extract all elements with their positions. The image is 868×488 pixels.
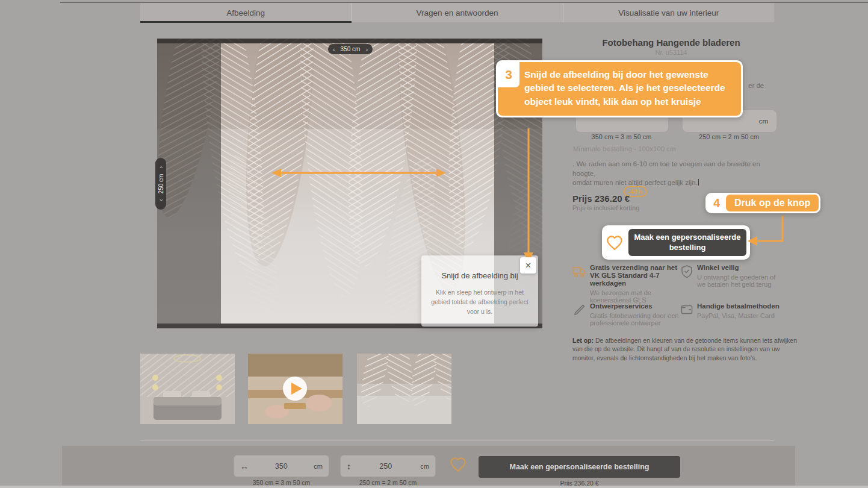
tutorial-arrow-down <box>521 128 536 263</box>
tutorial-step-4-number: 4 <box>707 195 726 211</box>
feature-title: Gratis verzending naar het VK GLS Standa… <box>590 264 681 287</box>
divider <box>140 440 774 441</box>
feature-title: Handige betaalmethoden <box>697 302 781 310</box>
width-conversion-hint: 350 cm = 3 m 50 cm <box>575 133 668 140</box>
shield-check-icon <box>681 265 693 278</box>
tutorial-step-4: 4 Druk op de knop <box>705 193 820 213</box>
measure-advice: . We raden aan om 6-10 cm toe te voegen … <box>572 160 780 188</box>
minimum-order-note: Minimale bestelling - 100x100 cm <box>573 145 676 152</box>
product-image-viewer[interactable]: ‹ 350 cm › ‹ 250 cm › Snijd de afbeeldin… <box>157 39 542 328</box>
thumbnail-texture-closeup[interactable] <box>357 354 451 424</box>
height-dimension-pill[interactable]: ‹ 250 cm › <box>155 158 166 210</box>
height-value[interactable]: 250 <box>351 462 420 471</box>
feature-title: Ontwerperservices <box>590 302 681 310</box>
feature-subtitle: We bezorgen met de koeriersdienst GLS <box>590 289 681 304</box>
price: Prijs 236.20 € <box>572 193 630 204</box>
price-note: Prijs is inclusief korting <box>572 204 639 211</box>
crop-dim-left <box>157 43 221 324</box>
tutorial-arrow-elbow <box>746 214 790 247</box>
width-input-bottom[interactable]: ↔ 350 cm <box>234 455 329 477</box>
tutorial-step-3-number: 3 <box>498 62 519 87</box>
chevron-right-icon[interactable]: › <box>365 46 368 53</box>
disclaimer-note: Let op: De afbeeldingen en kleuren van d… <box>572 336 798 362</box>
wallet-icon <box>681 304 693 314</box>
tab-visualisatie[interactable]: Visualisatie van uw interieur <box>563 3 774 22</box>
height-conversion-hint: 250 cm = 2 m 50 cm <box>682 133 776 140</box>
feature-shipping: Gratis verzending naar het VK GLS Standa… <box>590 264 681 304</box>
disclaimer-text: De afbeeldingen en kleuren van de getoon… <box>572 337 797 361</box>
heart-icon[interactable] <box>450 457 467 472</box>
chevron-right-icon[interactable]: › <box>157 166 164 169</box>
feature-payment: Handige betaalmethoden PayPal, Visa, Mas… <box>697 302 781 319</box>
cta-highlight: Maak een gepersonaliseerde bestelling <box>602 225 750 260</box>
width-dimension-label: 350 cm <box>341 46 361 52</box>
page-bottom-strip <box>0 486 868 488</box>
page: Afbeelding Vragen en antwoorden Visualis… <box>0 0 868 488</box>
tutorial-step-3: Snijd de afbeelding bij door het gewenst… <box>496 60 743 117</box>
disclaimer-label: Let op: <box>572 337 594 344</box>
feature-title: Winkel veilig <box>697 264 781 272</box>
thumbnail-video[interactable] <box>248 354 343 424</box>
close-icon[interactable]: × <box>520 257 536 274</box>
width-arrow-icon: ↔ <box>234 461 249 471</box>
measure-advice-line1: . We raden aan om 6-10 cm toe te voegen … <box>572 160 760 177</box>
width-dimension-pill[interactable]: ‹ 350 cm › <box>328 44 373 54</box>
horizontal-measure-arrow <box>271 168 447 178</box>
height-input-bottom[interactable]: ↕ 250 cm <box>340 455 436 477</box>
feature-subtitle: PayPal, Visa, Master Card <box>697 312 781 319</box>
thumbnail-room-view[interactable] <box>140 354 235 424</box>
tab-afbeelding[interactable]: Afbeelding <box>140 3 351 22</box>
crop-tooltip-body: Klik en sleep het ontwerp in het gebied … <box>430 288 530 316</box>
pencil-icon <box>574 304 586 316</box>
height-dimension-label: 250 cm <box>158 174 164 194</box>
product-number: Nr. u53114 <box>569 49 773 56</box>
tutorial-step-3-text: Snijd de afbeelding bij door het gewenst… <box>498 62 741 116</box>
feature-secure: Winkel veilig U ontvangt de goederen of … <box>697 264 781 289</box>
product-title: Fotobehang Hangende bladeren <box>569 37 773 48</box>
chevron-left-icon[interactable]: ‹ <box>333 46 335 53</box>
width-value[interactable]: 350 <box>249 462 314 471</box>
create-personalized-order-button-bottom[interactable]: Maak een gepersonaliseerde bestelling <box>479 456 680 478</box>
truck-icon <box>572 265 586 278</box>
tutorial-step-4-text: Druk op de knop <box>726 195 819 211</box>
unit-label: cm <box>314 463 329 470</box>
crop-dim-top <box>157 39 542 43</box>
text-caret <box>698 179 699 186</box>
bottom-order-bar: ↔ 350 cm 350 cm = 3 m 50 cm ↕ 250 cm 250… <box>62 446 795 486</box>
measure-advice-line2: omdat muren niet altijd perfect gelijk z… <box>572 179 698 186</box>
chevron-left-icon[interactable]: ‹ <box>157 199 164 201</box>
unit-label: cm <box>759 117 777 125</box>
feature-design: Ontwerperservices Gratis fotobewerking d… <box>590 302 681 327</box>
unit-label: cm <box>420 463 435 470</box>
feature-subtitle: U ontvangt de goederen of we betalen het… <box>697 274 781 289</box>
heart-icon[interactable] <box>606 235 623 251</box>
height-arrow-icon: ↕ <box>341 461 351 471</box>
active-tab-underline <box>140 21 352 23</box>
create-personalized-order-button[interactable]: Maak een gepersonaliseerde bestelling <box>628 229 746 256</box>
tab-vragen-en-antwoorden[interactable]: Vragen en antwoorden <box>351 3 562 22</box>
covered-label-fragment: er de <box>748 82 764 89</box>
feature-subtitle: Gratis fotobewerking door een profession… <box>590 312 681 327</box>
tab-bar: Afbeelding Vragen en antwoorden Visualis… <box>140 3 774 22</box>
crop-tooltip: Snijd de afbeelding bij Klik en sleep he… <box>421 255 538 327</box>
